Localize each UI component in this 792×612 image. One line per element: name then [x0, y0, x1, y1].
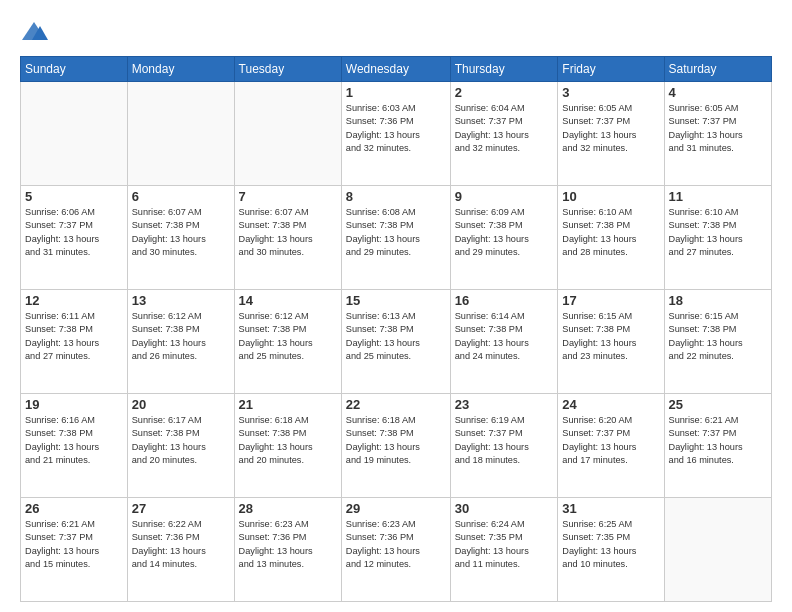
- day-info: Sunrise: 6:11 AM Sunset: 7:38 PM Dayligh…: [25, 310, 123, 363]
- calendar-week-row: 26Sunrise: 6:21 AM Sunset: 7:37 PM Dayli…: [21, 498, 772, 602]
- day-info: Sunrise: 6:10 AM Sunset: 7:38 PM Dayligh…: [562, 206, 659, 259]
- day-info: Sunrise: 6:15 AM Sunset: 7:38 PM Dayligh…: [562, 310, 659, 363]
- calendar-cell: 26Sunrise: 6:21 AM Sunset: 7:37 PM Dayli…: [21, 498, 128, 602]
- calendar-cell: [234, 82, 341, 186]
- header-day: Tuesday: [234, 57, 341, 82]
- day-number: 23: [455, 397, 554, 412]
- calendar-week-row: 1Sunrise: 6:03 AM Sunset: 7:36 PM Daylig…: [21, 82, 772, 186]
- day-number: 29: [346, 501, 446, 516]
- header-day: Monday: [127, 57, 234, 82]
- calendar-cell: 16Sunrise: 6:14 AM Sunset: 7:38 PM Dayli…: [450, 290, 558, 394]
- day-number: 20: [132, 397, 230, 412]
- day-number: 6: [132, 189, 230, 204]
- calendar-cell: 30Sunrise: 6:24 AM Sunset: 7:35 PM Dayli…: [450, 498, 558, 602]
- calendar-cell: 11Sunrise: 6:10 AM Sunset: 7:38 PM Dayli…: [664, 186, 771, 290]
- calendar-cell: [664, 498, 771, 602]
- day-info: Sunrise: 6:23 AM Sunset: 7:36 PM Dayligh…: [239, 518, 337, 571]
- day-info: Sunrise: 6:04 AM Sunset: 7:37 PM Dayligh…: [455, 102, 554, 155]
- calendar-cell: 27Sunrise: 6:22 AM Sunset: 7:36 PM Dayli…: [127, 498, 234, 602]
- day-number: 16: [455, 293, 554, 308]
- day-number: 30: [455, 501, 554, 516]
- day-number: 18: [669, 293, 767, 308]
- day-info: Sunrise: 6:15 AM Sunset: 7:38 PM Dayligh…: [669, 310, 767, 363]
- day-number: 26: [25, 501, 123, 516]
- calendar-cell: 7Sunrise: 6:07 AM Sunset: 7:38 PM Daylig…: [234, 186, 341, 290]
- day-number: 24: [562, 397, 659, 412]
- calendar-cell: 10Sunrise: 6:10 AM Sunset: 7:38 PM Dayli…: [558, 186, 664, 290]
- calendar-cell: 15Sunrise: 6:13 AM Sunset: 7:38 PM Dayli…: [341, 290, 450, 394]
- day-info: Sunrise: 6:24 AM Sunset: 7:35 PM Dayligh…: [455, 518, 554, 571]
- day-number: 8: [346, 189, 446, 204]
- day-info: Sunrise: 6:19 AM Sunset: 7:37 PM Dayligh…: [455, 414, 554, 467]
- calendar-cell: 24Sunrise: 6:20 AM Sunset: 7:37 PM Dayli…: [558, 394, 664, 498]
- day-number: 28: [239, 501, 337, 516]
- day-info: Sunrise: 6:12 AM Sunset: 7:38 PM Dayligh…: [239, 310, 337, 363]
- calendar-cell: 21Sunrise: 6:18 AM Sunset: 7:38 PM Dayli…: [234, 394, 341, 498]
- calendar-cell: [21, 82, 128, 186]
- calendar-week-row: 12Sunrise: 6:11 AM Sunset: 7:38 PM Dayli…: [21, 290, 772, 394]
- day-number: 13: [132, 293, 230, 308]
- day-info: Sunrise: 6:16 AM Sunset: 7:38 PM Dayligh…: [25, 414, 123, 467]
- day-info: Sunrise: 6:03 AM Sunset: 7:36 PM Dayligh…: [346, 102, 446, 155]
- day-number: 21: [239, 397, 337, 412]
- calendar-cell: 19Sunrise: 6:16 AM Sunset: 7:38 PM Dayli…: [21, 394, 128, 498]
- day-info: Sunrise: 6:05 AM Sunset: 7:37 PM Dayligh…: [669, 102, 767, 155]
- calendar-cell: 3Sunrise: 6:05 AM Sunset: 7:37 PM Daylig…: [558, 82, 664, 186]
- day-info: Sunrise: 6:18 AM Sunset: 7:38 PM Dayligh…: [346, 414, 446, 467]
- day-number: 22: [346, 397, 446, 412]
- calendar-body: 1Sunrise: 6:03 AM Sunset: 7:36 PM Daylig…: [21, 82, 772, 602]
- header-day: Thursday: [450, 57, 558, 82]
- day-number: 27: [132, 501, 230, 516]
- day-info: Sunrise: 6:09 AM Sunset: 7:38 PM Dayligh…: [455, 206, 554, 259]
- day-number: 5: [25, 189, 123, 204]
- day-number: 19: [25, 397, 123, 412]
- calendar-cell: 1Sunrise: 6:03 AM Sunset: 7:36 PM Daylig…: [341, 82, 450, 186]
- header-row: SundayMondayTuesdayWednesdayThursdayFrid…: [21, 57, 772, 82]
- day-info: Sunrise: 6:21 AM Sunset: 7:37 PM Dayligh…: [669, 414, 767, 467]
- calendar-cell: 9Sunrise: 6:09 AM Sunset: 7:38 PM Daylig…: [450, 186, 558, 290]
- day-number: 11: [669, 189, 767, 204]
- day-info: Sunrise: 6:21 AM Sunset: 7:37 PM Dayligh…: [25, 518, 123, 571]
- page: SundayMondayTuesdayWednesdayThursdayFrid…: [0, 0, 792, 612]
- day-number: 17: [562, 293, 659, 308]
- calendar-cell: 23Sunrise: 6:19 AM Sunset: 7:37 PM Dayli…: [450, 394, 558, 498]
- day-number: 7: [239, 189, 337, 204]
- day-info: Sunrise: 6:18 AM Sunset: 7:38 PM Dayligh…: [239, 414, 337, 467]
- day-info: Sunrise: 6:22 AM Sunset: 7:36 PM Dayligh…: [132, 518, 230, 571]
- calendar-cell: [127, 82, 234, 186]
- logo-icon: [20, 18, 48, 46]
- day-info: Sunrise: 6:05 AM Sunset: 7:37 PM Dayligh…: [562, 102, 659, 155]
- calendar-cell: 14Sunrise: 6:12 AM Sunset: 7:38 PM Dayli…: [234, 290, 341, 394]
- day-number: 14: [239, 293, 337, 308]
- header-day: Saturday: [664, 57, 771, 82]
- day-number: 15: [346, 293, 446, 308]
- day-number: 3: [562, 85, 659, 100]
- day-info: Sunrise: 6:17 AM Sunset: 7:38 PM Dayligh…: [132, 414, 230, 467]
- day-number: 2: [455, 85, 554, 100]
- calendar-week-row: 19Sunrise: 6:16 AM Sunset: 7:38 PM Dayli…: [21, 394, 772, 498]
- calendar-cell: 22Sunrise: 6:18 AM Sunset: 7:38 PM Dayli…: [341, 394, 450, 498]
- day-info: Sunrise: 6:08 AM Sunset: 7:38 PM Dayligh…: [346, 206, 446, 259]
- calendar-cell: 31Sunrise: 6:25 AM Sunset: 7:35 PM Dayli…: [558, 498, 664, 602]
- day-info: Sunrise: 6:10 AM Sunset: 7:38 PM Dayligh…: [669, 206, 767, 259]
- calendar-header: SundayMondayTuesdayWednesdayThursdayFrid…: [21, 57, 772, 82]
- calendar-cell: 6Sunrise: 6:07 AM Sunset: 7:38 PM Daylig…: [127, 186, 234, 290]
- calendar-cell: 5Sunrise: 6:06 AM Sunset: 7:37 PM Daylig…: [21, 186, 128, 290]
- calendar-cell: 2Sunrise: 6:04 AM Sunset: 7:37 PM Daylig…: [450, 82, 558, 186]
- header: [20, 18, 772, 46]
- header-day: Friday: [558, 57, 664, 82]
- calendar-cell: 28Sunrise: 6:23 AM Sunset: 7:36 PM Dayli…: [234, 498, 341, 602]
- header-day: Wednesday: [341, 57, 450, 82]
- calendar-table: SundayMondayTuesdayWednesdayThursdayFrid…: [20, 56, 772, 602]
- calendar-cell: 18Sunrise: 6:15 AM Sunset: 7:38 PM Dayli…: [664, 290, 771, 394]
- calendar-cell: 29Sunrise: 6:23 AM Sunset: 7:36 PM Dayli…: [341, 498, 450, 602]
- calendar-cell: 17Sunrise: 6:15 AM Sunset: 7:38 PM Dayli…: [558, 290, 664, 394]
- day-info: Sunrise: 6:12 AM Sunset: 7:38 PM Dayligh…: [132, 310, 230, 363]
- day-info: Sunrise: 6:13 AM Sunset: 7:38 PM Dayligh…: [346, 310, 446, 363]
- day-number: 25: [669, 397, 767, 412]
- day-number: 4: [669, 85, 767, 100]
- day-info: Sunrise: 6:07 AM Sunset: 7:38 PM Dayligh…: [239, 206, 337, 259]
- day-number: 9: [455, 189, 554, 204]
- logo: [20, 18, 52, 46]
- day-info: Sunrise: 6:07 AM Sunset: 7:38 PM Dayligh…: [132, 206, 230, 259]
